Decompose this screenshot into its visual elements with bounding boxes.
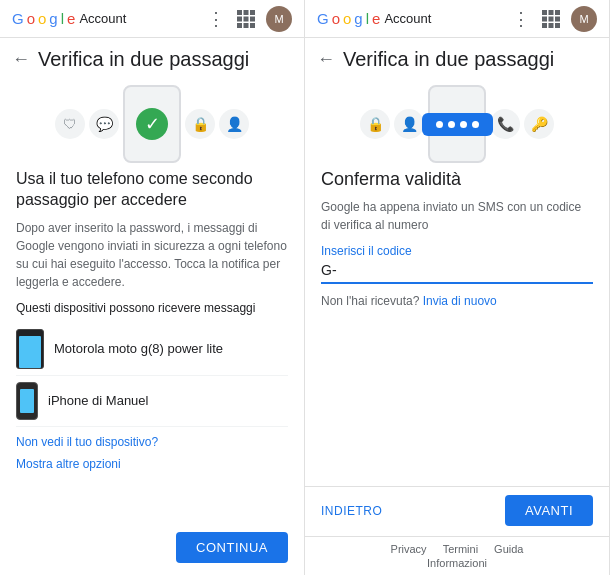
- svg-rect-9: [542, 10, 547, 15]
- shield-icon: 🛡: [55, 109, 85, 139]
- more-options-link[interactable]: Mostra altre opzioni: [16, 457, 288, 471]
- right-apps-grid-icon[interactable]: [541, 9, 561, 29]
- svg-rect-2: [250, 10, 255, 15]
- svg-rect-13: [549, 16, 554, 21]
- svg-rect-6: [237, 23, 242, 28]
- device-name-1: Motorola moto g(8) power lite: [54, 341, 223, 356]
- resend-link[interactable]: Invia di nuovo: [423, 294, 497, 308]
- left-header: Google Account ⋮ M: [0, 0, 304, 38]
- left-content: Usa il tuo telefono come secondo passagg…: [0, 169, 304, 524]
- right-lock-icon: 🔒: [360, 109, 390, 139]
- footer-row-2: Informazioni: [305, 557, 609, 569]
- lock-icon: 🔒: [185, 109, 215, 139]
- footer-row-1: Privacy Termini Guida: [305, 543, 609, 555]
- svg-rect-1: [244, 10, 249, 15]
- svg-rect-17: [555, 23, 560, 28]
- device-list: Motorola moto g(8) power lite iPhone di …: [16, 323, 288, 427]
- left-back-nav[interactable]: ← Verifica in due passaggi: [0, 38, 304, 75]
- device-name-2: iPhone di Manuel: [48, 393, 148, 408]
- check-circle-icon: ✓: [136, 108, 168, 140]
- message-icon: 💬: [89, 109, 119, 139]
- svg-rect-15: [542, 23, 547, 28]
- right-panel: Google Account ⋮ M ← Verifica in due pas…: [305, 0, 610, 575]
- right-key-icon: 🔑: [524, 109, 554, 139]
- left-avatar[interactable]: M: [266, 6, 292, 32]
- right-bottom-actions: INDIETRO AVANTI: [305, 486, 609, 536]
- dot-4: [472, 121, 479, 128]
- right-person-icon: 👤: [394, 109, 424, 139]
- person-icon: 👤: [219, 109, 249, 139]
- left-page-title: Verifica in due passaggi: [38, 48, 249, 71]
- left-section-label: Questi dispositivi possono ricevere mess…: [16, 301, 288, 315]
- phone-check-mock: ✓: [123, 85, 181, 163]
- svg-rect-3: [237, 16, 242, 21]
- right-content: Conferma validità Google ha appena invia…: [305, 169, 609, 324]
- svg-rect-12: [542, 16, 547, 21]
- left-header-actions: ⋮ M: [206, 6, 292, 32]
- left-description: Dopo aver inserito la password, i messag…: [16, 219, 288, 291]
- confirm-title: Conferma validità: [321, 169, 593, 190]
- code-input[interactable]: [321, 260, 593, 280]
- input-label: Inserisci il codice: [321, 244, 593, 258]
- right-back-arrow-icon: ←: [317, 49, 335, 70]
- right-page-title: Verifica in due passaggi: [343, 48, 554, 71]
- terms-link[interactable]: Termini: [443, 543, 478, 555]
- dot-1: [436, 121, 443, 128]
- left-back-arrow-icon: ←: [12, 49, 30, 70]
- sms-code-visual: [422, 113, 493, 136]
- left-illustration: 🛡 💬 ✓ 🔒 👤: [0, 75, 304, 169]
- left-more-options-icon[interactable]: ⋮: [206, 9, 226, 29]
- left-apps-grid-icon[interactable]: [236, 9, 256, 29]
- right-back-nav[interactable]: ← Verifica in due passaggi: [305, 38, 609, 75]
- dot-3: [460, 121, 467, 128]
- svg-rect-8: [250, 23, 255, 28]
- confirm-description: Google ha appena inviato un SMS con un c…: [321, 198, 593, 234]
- svg-rect-16: [549, 23, 554, 28]
- left-bottom: CONTINUA: [0, 524, 304, 575]
- right-phone-call-icon: 📞: [490, 109, 520, 139]
- right-google-logo: Google: [317, 10, 380, 27]
- not-visible-link[interactable]: Non vedi il tuo dispositivo?: [16, 435, 288, 449]
- resend-text: Non l'hai ricevuta? Invia di nuovo: [321, 294, 593, 308]
- right-illustration: 🔒 👤 📞 🔑: [305, 75, 609, 169]
- svg-rect-7: [244, 23, 249, 28]
- back-button[interactable]: INDIETRO: [321, 498, 382, 524]
- continue-button[interactable]: CONTINUA: [176, 532, 288, 563]
- right-phone-mock: [428, 85, 486, 163]
- left-panel: Google Account ⋮ M ← Verifica in due pas…: [0, 0, 305, 575]
- right-header: Google Account ⋮ M: [305, 0, 609, 38]
- right-header-actions: ⋮ M: [511, 6, 597, 32]
- list-item: iPhone di Manuel: [16, 376, 288, 427]
- dot-2: [448, 121, 455, 128]
- left-main-title: Usa il tuo telefono come secondo passagg…: [16, 169, 288, 211]
- svg-rect-14: [555, 16, 560, 21]
- footer-links: Privacy Termini Guida Informazioni: [305, 536, 609, 575]
- right-avatar[interactable]: M: [571, 6, 597, 32]
- list-item: Motorola moto g(8) power lite: [16, 323, 288, 376]
- guide-link[interactable]: Guida: [494, 543, 523, 555]
- android-device-icon: [16, 329, 44, 369]
- forward-button[interactable]: AVANTI: [505, 495, 593, 526]
- info-link[interactable]: Informazioni: [427, 557, 487, 569]
- right-header-account-label: Account: [384, 11, 431, 26]
- left-header-account-label: Account: [79, 11, 126, 26]
- svg-rect-0: [237, 10, 242, 15]
- svg-rect-4: [244, 16, 249, 21]
- right-more-options-icon[interactable]: ⋮: [511, 9, 531, 29]
- code-input-wrap: [321, 260, 593, 284]
- left-google-logo: Google: [12, 10, 75, 27]
- iphone-device-icon: [16, 382, 38, 420]
- svg-rect-5: [250, 16, 255, 21]
- svg-rect-11: [555, 10, 560, 15]
- svg-rect-10: [549, 10, 554, 15]
- privacy-link[interactable]: Privacy: [391, 543, 427, 555]
